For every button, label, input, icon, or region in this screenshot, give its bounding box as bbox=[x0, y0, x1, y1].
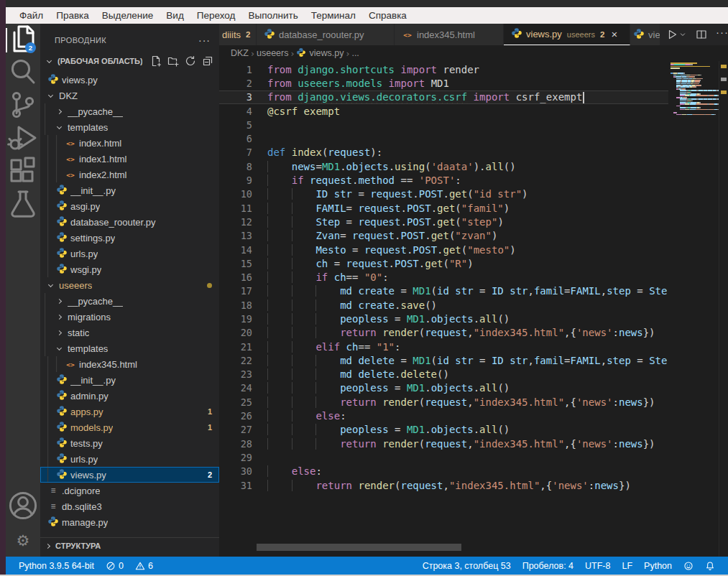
menu-item-Вид[interactable]: Вид bbox=[160, 7, 190, 24]
tree-item-views.py[interactable]: views.py2 bbox=[40, 467, 219, 483]
tree-item-index2.html[interactable]: <>index2.html bbox=[40, 167, 219, 182]
menu-item-Выделение[interactable]: Выделение bbox=[96, 7, 160, 24]
account-activity-button[interactable] bbox=[6, 491, 40, 524]
chevron-down-icon[interactable] bbox=[678, 29, 687, 40]
py-icon bbox=[56, 405, 68, 419]
py-icon bbox=[47, 516, 59, 529]
token: request bbox=[370, 188, 413, 200]
tree-item-index1.html[interactable]: <>index1.html bbox=[40, 151, 219, 167]
horizontal-scrollbar-thumb[interactable] bbox=[257, 544, 461, 551]
indent-guide bbox=[315, 355, 340, 366]
tree-item-asgi.py[interactable]: asgi.py bbox=[40, 198, 219, 214]
tree-item-static[interactable]: static bbox=[40, 325, 219, 340]
status-warning[interactable]: 6 bbox=[129, 561, 159, 571]
menu-item-Правка[interactable]: Правка bbox=[50, 7, 96, 24]
tree-item-.dcignore[interactable]: ≡.dcignore bbox=[40, 483, 219, 498]
token: get bbox=[443, 244, 461, 256]
tree-indent-guide bbox=[47, 388, 56, 404]
testing-activity-button[interactable] bbox=[6, 189, 40, 222]
tree-item-__pycache__[interactable]: __pycache__ bbox=[40, 103, 219, 119]
token: request bbox=[400, 480, 443, 491]
line-number: 8 bbox=[219, 161, 252, 172]
status-feedback[interactable] bbox=[678, 561, 699, 571]
tree-item-__pycache__[interactable]: __pycache__ bbox=[40, 293, 219, 309]
source-control-activity-button[interactable] bbox=[6, 90, 40, 123]
token bbox=[304, 175, 310, 186]
search-activity-button[interactable] bbox=[6, 57, 40, 90]
close-icon[interactable]: × bbox=[611, 29, 617, 40]
tree-item-migrations[interactable]: migrations bbox=[40, 309, 219, 325]
tree-item-__init__.py[interactable]: __init__.py bbox=[40, 182, 219, 198]
tree-item-templates[interactable]: templates bbox=[40, 340, 219, 356]
tree-indent-guide bbox=[47, 467, 56, 483]
extensions-activity-button[interactable] bbox=[6, 156, 40, 189]
status-Python[interactable]: Python bbox=[638, 561, 678, 571]
status-bell[interactable] bbox=[699, 561, 721, 571]
explorer-activity-button[interactable]: 2 bbox=[6, 24, 40, 57]
tree-item-useeers[interactable]: useeers bbox=[40, 277, 219, 293]
menu-item-Выполнить[interactable]: Выполнить bbox=[241, 7, 304, 24]
breadcrumb-item-DKZ[interactable]: DKZ bbox=[231, 48, 249, 58]
new-folder-icon[interactable] bbox=[167, 55, 179, 67]
breadcrumb-item-views.py[interactable]: views.py bbox=[296, 48, 344, 58]
run-debug-activity-button[interactable] bbox=[6, 123, 40, 156]
tree-item-templates[interactable]: templates bbox=[40, 119, 219, 135]
status-Python 3.9.5 64-bit[interactable]: Python 3.9.5 64-bit bbox=[13, 561, 100, 571]
minimap[interactable] bbox=[668, 62, 719, 116]
status-LF[interactable]: LF bbox=[616, 561, 638, 571]
sidebar-more-icon[interactable]: ··· bbox=[198, 34, 211, 46]
menu-item-Переход[interactable]: Переход bbox=[190, 7, 242, 24]
tab-views.py[interactable]: views.pyuseeers2× bbox=[504, 24, 630, 45]
token: , bbox=[528, 355, 534, 366]
tree-item-apps.py[interactable]: apps.py1 bbox=[40, 404, 219, 419]
tab-vie[interactable]: vie bbox=[630, 24, 660, 45]
tree-item-views.py[interactable]: views.py bbox=[40, 72, 219, 88]
tree-item-index345.html[interactable]: <>index345.html bbox=[40, 356, 219, 372]
html-icon: <> bbox=[66, 361, 74, 368]
token bbox=[292, 91, 298, 103]
workspace-section-header[interactable]: (РАБОЧАЯ ОБЛАСТЬ) ... bbox=[40, 53, 219, 69]
status-Строка 3, столбец 53[interactable]: Строка 3, столбец 53 bbox=[417, 561, 517, 571]
breadcrumb-item-...[interactable]: ... bbox=[351, 48, 359, 58]
tree-item-settings.py[interactable]: settings.py bbox=[40, 230, 219, 246]
tab-label: views.py bbox=[526, 29, 562, 40]
menu-item-Терминал[interactable]: Терминал bbox=[305, 7, 362, 24]
tree-item-tests.py[interactable]: tests.py bbox=[40, 435, 219, 451]
tree-item-urls.py[interactable]: urls.py bbox=[40, 451, 219, 467]
tree-item-database_roouter.py[interactable]: database_roouter.py bbox=[40, 214, 219, 230]
tree-item-db.sqlite3[interactable]: ≡db.sqlite3 bbox=[40, 498, 219, 514]
more-icon[interactable]: ··· bbox=[716, 29, 727, 40]
token: request bbox=[352, 230, 395, 241]
new-file-icon[interactable] bbox=[150, 55, 162, 67]
status-Пробелов: 4[interactable]: Пробелов: 4 bbox=[517, 561, 579, 571]
split-editor-icon[interactable] bbox=[696, 29, 707, 40]
token: FAMIL bbox=[571, 285, 601, 297]
tree-item-index.html[interactable]: <>index.html bbox=[40, 135, 219, 151]
tab-index345.html[interactable]: <>index345.html bbox=[395, 24, 504, 45]
list-file-icon: ≡ bbox=[47, 501, 59, 512]
tree-item-label: migrations bbox=[68, 312, 111, 322]
tree-item-admin.py[interactable]: admin.py bbox=[40, 388, 219, 404]
tab-diiits[interactable]: diiits2 bbox=[219, 24, 257, 45]
collapse-all-icon[interactable] bbox=[202, 55, 213, 67]
menu-item-Справка[interactable]: Справка bbox=[362, 7, 413, 24]
tree-item-models.py[interactable]: models.py1 bbox=[40, 419, 219, 435]
tree-item-DKZ[interactable]: DKZ bbox=[40, 88, 219, 103]
tab-database_roouter.py[interactable]: database_roouter.py bbox=[257, 24, 395, 45]
token: 'POST' bbox=[419, 175, 456, 186]
py-file-icon bbox=[511, 29, 522, 40]
indent-guide bbox=[315, 313, 340, 325]
tree-item-__init__.py[interactable]: __init__.py bbox=[40, 372, 219, 388]
tree-item-urls.py[interactable]: urls.py bbox=[40, 246, 219, 261]
py-file-icon bbox=[56, 390, 68, 401]
tree-item-manage.py[interactable]: manage.py bbox=[40, 514, 219, 530]
run-icon[interactable] bbox=[666, 29, 678, 40]
status-UTF-8[interactable]: UTF-8 bbox=[579, 561, 616, 571]
code-editor[interactable]: 1from django.shortcuts import render2fro… bbox=[219, 61, 728, 557]
breadcrumb-item-useeers[interactable]: useeers bbox=[257, 48, 288, 58]
status-error[interactable]: 0 bbox=[100, 561, 129, 571]
outline-section-header[interactable]: СТРУКТУРА bbox=[40, 537, 219, 554]
tree-item-wsgi.py[interactable]: wsgi.py bbox=[40, 261, 219, 277]
refresh-icon[interactable] bbox=[185, 55, 196, 67]
settings-activity-button[interactable]: ⚙ bbox=[6, 524, 40, 557]
